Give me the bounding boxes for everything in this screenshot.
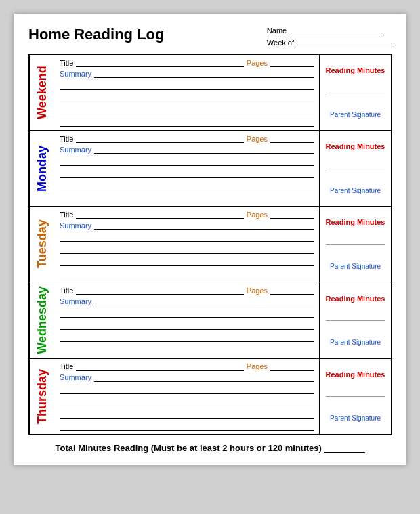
blank-line-3[interactable] (60, 106, 314, 114)
parent-signature-label: Parent Signature (330, 414, 381, 423)
divider (326, 169, 385, 169)
blank-line-2[interactable] (60, 245, 314, 254)
blank-line-3[interactable] (60, 181, 314, 190)
summary-row: Summary (60, 297, 314, 305)
pages-label: Pages (247, 211, 268, 219)
parent-signature-label: Parent Signature (330, 338, 381, 347)
blank-line-2[interactable] (60, 93, 314, 102)
blank-line-3[interactable] (60, 333, 314, 342)
table-row: Thursday Title Pages Summary Reading (29, 359, 391, 434)
pages-label: Pages (247, 59, 268, 67)
header: Home Reading Log Name Week of (28, 26, 392, 47)
side-cell-wednesday: Reading Minutes Parent Signature (320, 282, 391, 358)
blank-line-4[interactable] (60, 270, 314, 278)
summary-row: Summary (60, 373, 314, 382)
parent-signature-label: Parent Signature (330, 186, 381, 195)
blank-line-2[interactable] (60, 169, 314, 178)
day-content-thursday: Title Pages Summary (55, 359, 320, 434)
blank-line-2[interactable] (60, 398, 314, 406)
summary-field[interactable] (94, 297, 314, 305)
blank-line-1[interactable] (60, 309, 314, 318)
day-content-monday: Title Pages Summary (55, 131, 320, 206)
pages-label: Pages (247, 362, 268, 370)
title-pages-row: Title Pages (60, 134, 314, 143)
blank-line-3[interactable] (60, 257, 314, 266)
summary-field[interactable] (94, 221, 314, 230)
week-of-field-row: Week of (267, 38, 392, 47)
title-pages-row: Title Pages (60, 362, 314, 371)
divider (326, 320, 385, 321)
title-label: Title (60, 135, 73, 143)
footer: Total Minutes Reading (Must be at least … (28, 443, 392, 453)
pages-label: Pages (247, 135, 268, 143)
summary-label: Summary (60, 146, 91, 154)
name-field-row: Name (267, 26, 392, 35)
blank-line-3[interactable] (60, 410, 314, 419)
page-title: Home Reading Log (28, 26, 164, 43)
table-row: Weekend Title Pages Summary Reading (29, 55, 391, 131)
summary-field[interactable] (94, 373, 314, 382)
title-field[interactable] (76, 286, 243, 295)
reading-minutes-label: Reading Minutes (325, 66, 385, 75)
reading-minutes-label: Reading Minutes (325, 370, 385, 379)
parent-signature-label: Parent Signature (330, 110, 381, 119)
summary-field[interactable] (94, 145, 314, 154)
title-field[interactable] (76, 134, 243, 143)
blank-line-4[interactable] (60, 422, 314, 431)
title-label: Title (60, 211, 73, 219)
total-minutes-field[interactable] (324, 444, 365, 453)
summary-label: Summary (60, 70, 91, 78)
pages-label: Pages (247, 286, 268, 295)
pages-field[interactable] (270, 210, 314, 219)
blank-line-4[interactable] (60, 118, 314, 127)
title-field[interactable] (76, 362, 243, 371)
side-cell-thursday: Reading Minutes Parent Signature (320, 359, 391, 434)
name-input[interactable] (289, 26, 384, 35)
summary-row: Summary (60, 145, 314, 154)
side-cell-weekend: Reading Minutes Parent Signature (320, 55, 391, 130)
day-content-weekend: Title Pages Summary (55, 55, 320, 130)
day-content-tuesday: Title Pages Summary (55, 207, 320, 282)
pages-field[interactable] (270, 58, 314, 67)
blank-line-2[interactable] (60, 321, 314, 330)
name-label: Name (267, 26, 287, 35)
side-cell-tuesday: Reading Minutes Parent Signature (320, 207, 391, 282)
summary-row: Summary (60, 221, 314, 230)
parent-signature-label: Parent Signature (330, 262, 381, 271)
table-row: Monday Title Pages Summary Reading M (29, 131, 391, 207)
day-label-wednesday: Wednesday (29, 282, 55, 358)
title-field[interactable] (76, 58, 243, 67)
title-pages-row: Title Pages (60, 210, 314, 219)
header-fields: Name Week of (267, 26, 392, 47)
day-content-wednesday: Title Pages Summary (55, 282, 320, 358)
day-label-tuesday: Tuesday (29, 207, 55, 282)
pages-field[interactable] (270, 286, 314, 295)
blank-line-4[interactable] (60, 345, 314, 354)
footer-text: Total Minutes Reading (Must be at least … (55, 443, 321, 453)
pages-field[interactable] (270, 134, 314, 143)
blank-line-1[interactable] (60, 157, 314, 166)
page: Home Reading Log Name Week of Weekend Ti… (14, 14, 406, 465)
summary-label: Summary (60, 373, 91, 381)
title-label: Title (60, 362, 73, 370)
summary-field[interactable] (94, 69, 314, 78)
title-label: Title (60, 286, 73, 295)
blank-line-1[interactable] (60, 81, 314, 90)
summary-label: Summary (60, 221, 91, 230)
pages-field[interactable] (270, 362, 314, 371)
blank-line-1[interactable] (60, 385, 314, 394)
log-table: Weekend Title Pages Summary Reading (28, 54, 392, 435)
summary-row: Summary (60, 69, 314, 78)
blank-line-4[interactable] (60, 194, 314, 202)
blank-line-1[interactable] (60, 233, 314, 242)
summary-label: Summary (60, 297, 91, 305)
title-pages-row: Title Pages (60, 58, 314, 67)
day-label-thursday: Thursday (29, 359, 55, 434)
week-of-label: Week of (267, 39, 294, 47)
divider (326, 93, 385, 93)
week-of-input[interactable] (297, 38, 392, 47)
table-row: Wednesday Title Pages Summary Readin (29, 282, 391, 359)
title-pages-row: Title Pages (60, 286, 314, 295)
side-cell-monday: Reading Minutes Parent Signature (320, 131, 391, 206)
title-field[interactable] (76, 210, 243, 219)
